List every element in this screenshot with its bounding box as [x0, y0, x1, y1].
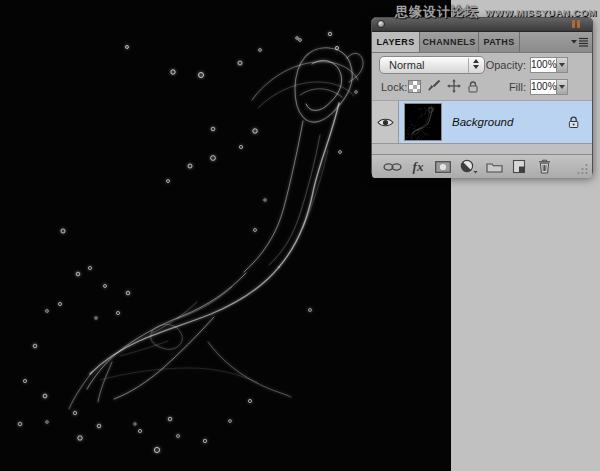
fill-label: Fill: [509, 81, 526, 93]
fill-input[interactable]: 100% [530, 79, 557, 95]
tab-channels[interactable]: CHANNELS [420, 32, 479, 52]
panel-spacer [372, 144, 592, 154]
new-adjustment-layer-button[interactable] [459, 157, 479, 177]
folder-icon [486, 161, 503, 173]
link-icon [383, 162, 402, 172]
layer-style-button[interactable]: fx [409, 157, 427, 177]
lock-all-icon[interactable] [467, 80, 479, 93]
blend-mode-value: Normal [389, 59, 424, 71]
opacity-input[interactable]: 100% [530, 57, 557, 73]
layer-locked-badge [567, 115, 580, 129]
fill-dropdown-button[interactable] [557, 79, 568, 95]
lock-position-icon[interactable] [447, 79, 461, 93]
resize-grip-icon [575, 163, 589, 175]
layer-list: Background [372, 100, 592, 144]
layer-mask-icon [435, 161, 451, 173]
layer-name: Background [452, 116, 513, 128]
panel-tab-bar: LAYERS CHANNELS PATHS [372, 32, 592, 53]
opacity-dropdown-button[interactable] [557, 57, 568, 73]
adjustment-layer-icon [460, 159, 478, 174]
eye-icon [377, 117, 394, 128]
splash-line-layer [18, 32, 363, 452]
lock-label: Lock: [381, 81, 407, 93]
new-layer-button[interactable] [511, 157, 527, 177]
panel-close-button[interactable] [377, 20, 385, 28]
panel-menu-icon[interactable] [566, 32, 592, 52]
layer-row[interactable]: Background [399, 101, 592, 143]
lock-buttons [408, 79, 479, 93]
add-layer-mask-button[interactable] [434, 157, 452, 177]
layers-panel: LAYERS CHANNELS PATHS Normal Opacity: 10… [371, 17, 593, 176]
opacity-label: Opacity: [486, 59, 526, 71]
padlock-icon [567, 115, 580, 129]
fx-icon: fx [413, 159, 424, 175]
panel-title-bar[interactable] [372, 18, 592, 32]
link-layers-button[interactable] [381, 157, 403, 177]
lock-image-pixels-icon[interactable] [427, 79, 441, 93]
trash-icon [538, 159, 551, 174]
splash-glow-layer [18, 32, 363, 452]
lock-transparent-pixels-icon[interactable] [408, 80, 421, 93]
tab-bar-spacer [520, 32, 566, 52]
delete-layer-button[interactable] [537, 157, 552, 177]
new-layer-icon [512, 159, 526, 174]
new-group-button[interactable] [485, 157, 504, 177]
tab-paths[interactable]: PATHS [479, 32, 520, 52]
layer-thumbnail[interactable] [404, 103, 442, 141]
blend-mode-stepper-icon [473, 59, 479, 69]
tab-layers[interactable]: LAYERS [372, 32, 420, 52]
panel-resize-grip[interactable] [575, 163, 589, 175]
blend-mode-select[interactable]: Normal [379, 56, 485, 74]
panel-controls: Normal Opacity: 100% Lock: [372, 53, 592, 100]
layer-visibility-toggle[interactable] [372, 101, 399, 143]
panel-footer: fx [372, 154, 592, 178]
